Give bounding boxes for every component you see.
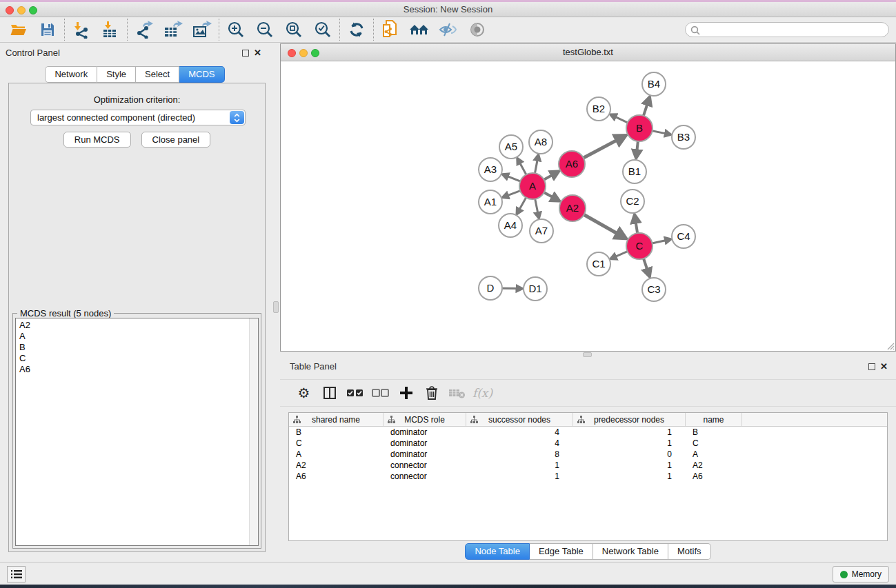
table-panel: Table Panel ✕ ⚙: [280, 358, 896, 560]
network-window-titlebar[interactable]: testGlobe.txt: [281, 44, 895, 61]
zoom-selected-button[interactable]: [308, 18, 337, 41]
tab-network[interactable]: Network: [45, 66, 97, 83]
graph-node-C[interactable]: C: [626, 233, 653, 259]
column-header-MCDS-role[interactable]: MCDS role: [384, 413, 466, 426]
table-row[interactable]: Bdominator41B: [289, 427, 887, 438]
unchecked-boxes-icon: [372, 388, 390, 398]
result-list-item[interactable]: A: [19, 331, 247, 342]
new-network-from-selection-button[interactable]: [376, 18, 405, 41]
save-session-button[interactable]: [33, 18, 62, 41]
graph-node-C4[interactable]: C4: [672, 225, 695, 248]
table-settings-button[interactable]: ⚙: [291, 381, 317, 405]
result-list-item[interactable]: B: [19, 342, 247, 353]
graph-node-A6[interactable]: A6: [559, 151, 585, 177]
mcds-result-group: MCDS result (5 nodes) A2ABCA6: [12, 313, 261, 549]
table-row[interactable]: Adominator80A: [289, 449, 887, 460]
cell-MCDS-role: dominator: [384, 438, 466, 449]
graph-node-C2[interactable]: C2: [621, 190, 644, 213]
graph-node-A4[interactable]: A4: [499, 214, 522, 237]
result-list-item[interactable]: C: [19, 353, 247, 364]
column-header-shared-name[interactable]: shared name: [289, 413, 384, 426]
result-list-item[interactable]: A2: [19, 320, 247, 331]
graph-node-A3[interactable]: A3: [479, 158, 502, 181]
graph-node-A7[interactable]: A7: [530, 219, 553, 243]
open-folder-icon: [10, 21, 28, 38]
node-label: D: [487, 282, 495, 294]
node-label: A: [529, 180, 536, 192]
function-icon: f(x): [472, 386, 492, 400]
refresh-view-button[interactable]: [342, 18, 371, 41]
criterion-value: largest connected component (directed): [37, 112, 195, 123]
zoom-in-button[interactable]: [221, 18, 250, 41]
graph-node-A8[interactable]: A8: [529, 130, 552, 154]
zoom-out-button[interactable]: [250, 18, 279, 41]
unselect-all-columns-button[interactable]: [368, 381, 393, 405]
graph-node-A1[interactable]: A1: [479, 190, 502, 214]
add-column-button[interactable]: [393, 381, 419, 405]
table-row[interactable]: A2connector11A2: [289, 460, 887, 471]
zoom-fit-button[interactable]: [279, 18, 308, 41]
tab-mcds[interactable]: MCDS: [179, 66, 224, 83]
tab-motifs[interactable]: Motifs: [668, 543, 711, 560]
memory-button[interactable]: Memory: [833, 566, 889, 582]
delete-column-button[interactable]: [419, 381, 444, 405]
task-history-button[interactable]: [7, 566, 26, 582]
float-panel-icon[interactable]: [242, 50, 249, 57]
tab-network-table[interactable]: Network Table: [593, 543, 668, 560]
graph-node-B1[interactable]: B1: [623, 160, 646, 183]
float-table-panel-icon[interactable]: [868, 363, 875, 370]
graph-node-D[interactable]: D: [479, 276, 502, 300]
tab-node-table[interactable]: Node Table: [465, 543, 530, 560]
export-table-button[interactable]: [159, 18, 188, 41]
graph-node-D1[interactable]: D1: [524, 277, 547, 301]
table-row[interactable]: A6connector11A6: [289, 471, 887, 482]
export-image-button[interactable]: [188, 18, 217, 41]
search-input[interactable]: [702, 23, 883, 36]
close-panel-icon[interactable]: ✕: [254, 48, 261, 58]
import-network-button[interactable]: [67, 18, 96, 41]
open-session-button[interactable]: [4, 18, 33, 41]
criterion-dropdown[interactable]: largest connected component (directed): [30, 110, 246, 125]
result-list-scrollbar[interactable]: [249, 318, 258, 545]
network-canvas[interactable]: AA1A2A3A4A5A6A7A8BB1B2B3B4CC1C2C3C4DD1: [281, 61, 895, 351]
cell-predecessor-nodes: 1: [573, 460, 686, 471]
vertical-splitter-handle[interactable]: [273, 301, 279, 313]
delete-table-button[interactable]: [444, 381, 470, 405]
column-type-icon: [577, 416, 585, 424]
export-network-button[interactable]: [130, 18, 159, 41]
window-resize-grip[interactable]: [886, 341, 895, 350]
graph-node-C3[interactable]: C3: [642, 278, 666, 301]
graph-node-A5[interactable]: A5: [499, 135, 523, 159]
graph-node-A[interactable]: A: [519, 173, 546, 199]
column-header-successor-nodes[interactable]: successor nodes: [466, 413, 573, 426]
column-header-name[interactable]: name: [686, 413, 742, 426]
table-row[interactable]: Cdominator41C: [289, 438, 887, 449]
graph-node-B[interactable]: B: [626, 115, 653, 141]
run-mcds-button[interactable]: Run MCDS: [63, 132, 131, 148]
select-all-columns-button[interactable]: [342, 381, 368, 405]
export-table-icon: [163, 21, 183, 39]
graph-node-B2[interactable]: B2: [587, 97, 610, 121]
result-list-item[interactable]: A6: [19, 364, 247, 375]
close-table-panel-icon[interactable]: ✕: [880, 361, 888, 372]
tab-style[interactable]: Style: [97, 66, 136, 83]
tab-select[interactable]: Select: [136, 66, 179, 83]
column-header-predecessor-nodes[interactable]: predecessor nodes: [573, 413, 686, 426]
graph-node-A2[interactable]: A2: [559, 195, 586, 221]
split-columns-button[interactable]: [317, 381, 342, 405]
graph-node-C1[interactable]: C1: [587, 252, 610, 276]
graph-node-B3[interactable]: B3: [672, 125, 695, 149]
hide-panels-button[interactable]: [434, 18, 463, 41]
import-table-icon: [101, 21, 119, 39]
close-panel-button[interactable]: Close panel: [141, 132, 211, 148]
tab-edge-table[interactable]: Edge Table: [530, 543, 593, 560]
graph-node-B4[interactable]: B4: [642, 72, 666, 96]
search-box[interactable]: [685, 22, 889, 37]
import-table-button[interactable]: [96, 18, 125, 41]
node-label: C4: [677, 230, 690, 242]
function-builder-button[interactable]: f(x): [470, 381, 495, 405]
horizontal-splitter-handle[interactable]: [583, 352, 592, 357]
cell-predecessor-nodes: 1: [573, 438, 686, 449]
home-galaxy-button[interactable]: [405, 18, 434, 41]
show-panels-button[interactable]: [463, 18, 492, 41]
